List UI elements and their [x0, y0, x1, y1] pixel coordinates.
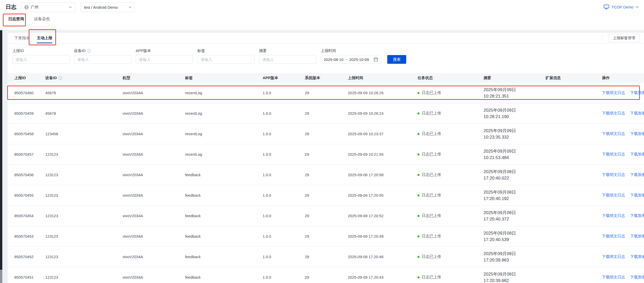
col-os-version: 系统版本: [305, 76, 348, 80]
col-app-version: APP版本: [263, 76, 305, 80]
project-select-value: test / Android Demo: [84, 5, 128, 9]
tab-issue-command[interactable]: 下发指令: [14, 33, 30, 43]
cell-task-status: 日志已上传: [417, 234, 484, 239]
download-encrypted-log-link[interactable]: 下载加密日志: [630, 90, 644, 95]
download-plain-log-link[interactable]: 下载明文日志: [602, 275, 625, 280]
status-text: 日志已上传: [422, 234, 441, 239]
cell-actions: 下载明文日志下载加密日志: [602, 213, 644, 218]
cell-model: vivoV2034A: [123, 111, 185, 116]
chevron-down-icon: [128, 6, 132, 8]
download-plain-log-link[interactable]: 下载明文日志: [602, 172, 625, 177]
download-encrypted-log-link[interactable]: 下载加密日志: [630, 275, 644, 280]
download-encrypted-log-link[interactable]: 下载加密日志: [630, 213, 644, 218]
project-select[interactable]: test / Android Demo: [81, 2, 135, 12]
download-encrypted-log-link[interactable]: 下载加密日志: [630, 254, 644, 259]
table-row: 850570456123123vivoV2034Afeedback1.0.029…: [8, 165, 644, 185]
download-encrypted-log-link[interactable]: 下载加密日志: [630, 172, 644, 177]
cell-tag: recentLog: [185, 111, 263, 116]
download-encrypted-log-link[interactable]: 下载加密日志: [630, 193, 644, 198]
cell-task-status: 日志已上传: [417, 131, 484, 136]
cell-model: vivoV2034A: [123, 255, 185, 259]
cell-app-version: 1.0.0: [263, 275, 305, 279]
download-plain-log-link[interactable]: 下载明文日志: [602, 234, 625, 239]
region-select-value: 广州: [31, 5, 69, 10]
cell-task-status: 日志已上传: [417, 152, 484, 157]
summary-line-1: 2025年09月08日: [484, 230, 545, 236]
filter-app-version-label: APP版本: [136, 48, 151, 53]
cell-model: vivoV2034A: [123, 275, 185, 279]
cell-model: vivoV2034A: [123, 132, 185, 136]
cell-summary: 2025年09月08日17:20:40.539: [484, 230, 545, 243]
download-plain-log-link[interactable]: 下载明文日志: [602, 111, 625, 116]
tab-log-query[interactable]: 日志查询: [8, 16, 24, 22]
search-button[interactable]: 搜索: [387, 55, 406, 64]
download-encrypted-log-link[interactable]: 下载加密日志: [630, 152, 644, 157]
sidebar-scrollbar-thumb[interactable]: [0, 270, 2, 283]
col-summary: 摘要: [484, 76, 545, 80]
date-range-picker[interactable]: 2025-08-10 ~ 2025-10-09: [321, 55, 381, 64]
device-id-input[interactable]: [74, 55, 131, 64]
status-dot-icon: [417, 174, 420, 176]
filter-report-time: 上报时间 2025-08-10 ~ 2025-10-09: [321, 48, 381, 64]
cell-model: vivoV2034A: [123, 214, 185, 218]
workspace-switcher[interactable]: TCOP Demo: [604, 4, 639, 9]
download-plain-log-link[interactable]: 下载明文日志: [602, 213, 625, 218]
col-model: 机型: [123, 76, 185, 80]
filter-tag-label: 标签: [197, 48, 205, 53]
cell-report-time: 2025-09-08 17:20:46: [348, 255, 417, 259]
info-icon[interactable]: i: [87, 49, 91, 53]
cell-os-version: 29: [305, 275, 348, 279]
summary-line-2: 17:20:40.372: [484, 216, 545, 222]
cell-task-status: 日志已上传: [417, 111, 484, 116]
cell-task-status: 日志已上传: [417, 193, 484, 198]
tab-active-report[interactable]: 主动上报: [37, 33, 52, 43]
cell-summary: 2025年09月08日17:20:39.682: [484, 271, 545, 283]
cell-model: vivoV2034A: [123, 152, 185, 156]
cell-device-id: 45678: [45, 111, 123, 116]
cell-report-time: 2025-09-09 10:28:26: [348, 91, 417, 95]
report-id-input[interactable]: [12, 55, 70, 64]
cell-report-time: 2025-09-08 17:20:49: [348, 234, 417, 238]
cell-report-id: 850570456: [14, 173, 45, 177]
col-actions: 操作: [602, 76, 644, 80]
window-left-edge: [2, 0, 2, 30]
download-plain-log-link[interactable]: 下载明文日志: [602, 254, 625, 259]
download-plain-log-link[interactable]: 下载明文日志: [602, 152, 625, 157]
cell-summary: 2025年09月08日17:20:39.863: [484, 250, 545, 263]
status-text: 日志已上传: [422, 152, 441, 157]
cell-os-version: 29: [305, 111, 348, 116]
info-icon[interactable]: i: [58, 76, 62, 80]
cell-device-id: 123456: [45, 132, 123, 136]
summary-line-2: 10:21:53.484: [484, 154, 545, 161]
report-tag-manage-button[interactable]: 上报标签管理: [608, 34, 640, 42]
cell-tag: feedback: [185, 275, 263, 279]
cell-report-time: 2025-09-09 10:23:37: [348, 132, 417, 136]
download-plain-log-link[interactable]: 下载明文日志: [602, 90, 625, 95]
col-ext-info: 扩展信息: [545, 76, 602, 80]
cell-report-time: 2025-09-08 17:20:55: [348, 193, 417, 197]
cell-device-id: 123123: [45, 255, 123, 259]
download-encrypted-log-link[interactable]: 下载加密日志: [630, 111, 644, 116]
download-encrypted-log-link[interactable]: 下载加密日志: [630, 131, 644, 136]
region-select[interactable]: 广州: [21, 2, 75, 12]
cell-summary: 2025年09月09日10:23:35.332: [484, 128, 545, 140]
cell-app-version: 1.0.0: [263, 255, 305, 259]
download-plain-log-link[interactable]: 下载明文日志: [602, 131, 625, 136]
app-version-input[interactable]: [136, 55, 193, 64]
cell-app-version: 1.0.0: [263, 111, 305, 116]
cell-task-status: 日志已上传: [417, 90, 484, 95]
cell-actions: 下载明文日志下载加密日志: [602, 193, 644, 198]
date-range-separator: ~: [345, 57, 348, 62]
summary-input[interactable]: [259, 55, 316, 64]
tag-input[interactable]: [197, 55, 255, 64]
cell-report-id: 850570452: [14, 255, 45, 259]
cell-os-version: 29: [305, 214, 348, 218]
cell-os-version: 29: [305, 132, 348, 136]
cell-tag: recentLog: [185, 132, 263, 136]
status-text: 日志已上传: [422, 90, 441, 95]
download-plain-log-link[interactable]: 下载明文日志: [602, 193, 625, 198]
summary-line-2: 17:20:40.192: [484, 195, 545, 202]
tab-device-coloring[interactable]: 设备染色: [34, 16, 50, 22]
download-encrypted-log-link[interactable]: 下载加密日志: [630, 234, 644, 239]
table-row: 850570451123123vivoV2034Afeedback1.0.029…: [8, 267, 644, 283]
